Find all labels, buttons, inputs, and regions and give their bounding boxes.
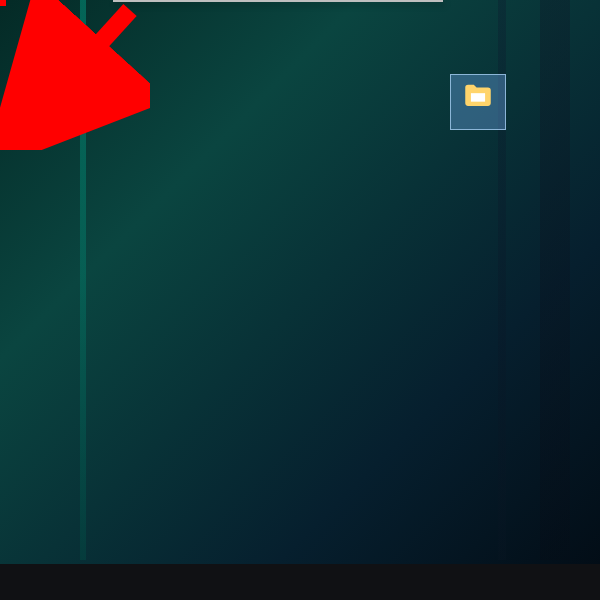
taskbar bbox=[0, 564, 600, 600]
bg-decor bbox=[80, 0, 86, 560]
bg-decor bbox=[540, 0, 570, 560]
desktop[interactable] bbox=[0, 0, 600, 600]
selected-folder[interactable] bbox=[450, 74, 506, 130]
arrow-annotation bbox=[0, 0, 150, 150]
highlight-box bbox=[0, 0, 6, 6]
svg-rect-0 bbox=[471, 93, 485, 102]
context-menu bbox=[113, 0, 443, 2]
